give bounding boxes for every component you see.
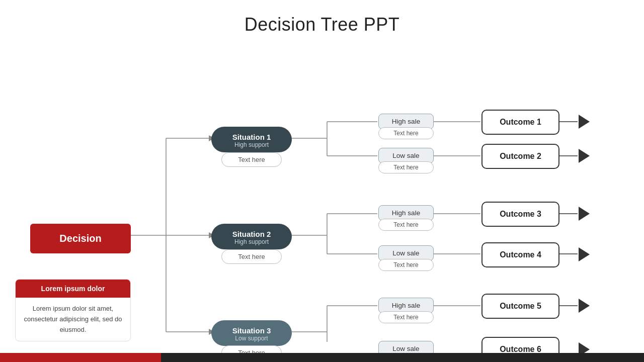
sale-low-2-text: Text here xyxy=(378,259,434,271)
arrow-4 xyxy=(579,247,590,261)
situation-2-text: Text here xyxy=(221,249,282,264)
situation-node-1: Situation 1 High support xyxy=(211,127,292,152)
situation-3-sub: Low support xyxy=(216,335,287,342)
decision-node: Decision xyxy=(30,224,131,253)
arrow-3 xyxy=(579,207,590,221)
main-area: Decision Lorem ipsum dolor Lorem ipsum d… xyxy=(0,45,644,342)
outcome-2: Outcome 2 xyxy=(481,144,559,169)
info-box: Lorem ipsum dolor Lorem ipsum dolor sit … xyxy=(15,279,131,341)
situation-1-sub: High support xyxy=(216,141,287,148)
situation-1-text: Text here xyxy=(221,152,282,167)
info-box-body: Lorem ipsum dolor sit amet, consectetur … xyxy=(16,298,130,341)
arrow-2 xyxy=(579,149,590,163)
sale-low-1-text: Text here xyxy=(378,161,434,173)
info-box-header: Lorem ipsum dolor xyxy=(16,280,130,298)
sale-high-1-text: Text here xyxy=(378,127,434,139)
situation-2-title: Situation 2 xyxy=(216,230,287,238)
situation-1-title: Situation 1 xyxy=(216,133,287,141)
arrow-5 xyxy=(579,299,590,313)
situation-2-sub: High support xyxy=(216,238,287,245)
bottom-bar-red xyxy=(0,353,161,362)
outcome-1: Outcome 1 xyxy=(481,110,559,135)
outcome-3: Outcome 3 xyxy=(481,202,559,227)
arrow-1 xyxy=(579,115,590,129)
page-title: Decision Tree PPT xyxy=(0,0,644,35)
sale-high-2-text: Text here xyxy=(378,219,434,231)
bottom-bar-dark xyxy=(161,353,644,362)
sale-high-3-text: Text here xyxy=(378,311,434,323)
situation-3-title: Situation 3 xyxy=(216,326,287,335)
bottom-bar xyxy=(0,353,644,362)
outcome-4: Outcome 4 xyxy=(481,242,559,267)
outcome-5: Outcome 5 xyxy=(481,294,559,319)
situation-node-3: Situation 3 Low support xyxy=(211,320,292,346)
situation-node-2: Situation 2 High support xyxy=(211,224,292,249)
